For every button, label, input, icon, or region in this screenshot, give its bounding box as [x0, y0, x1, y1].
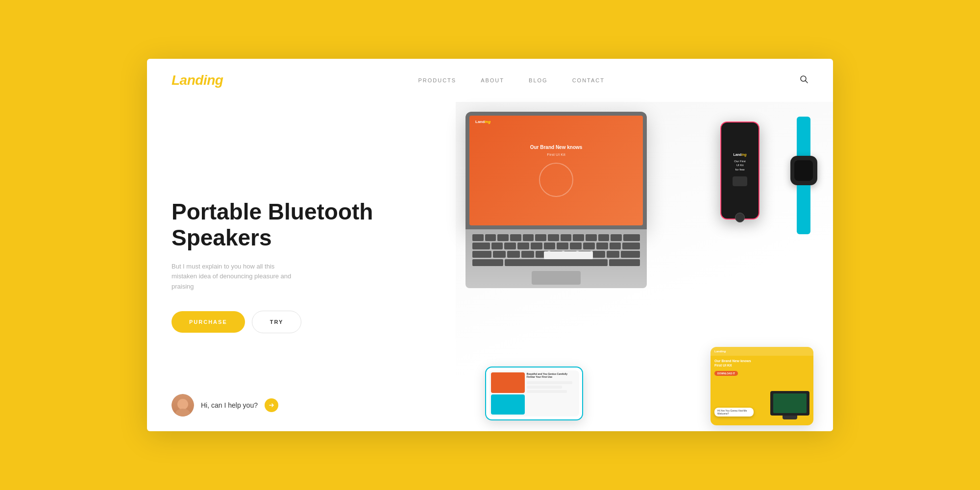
hero-title: Portable Bluetooth Speakers — [172, 199, 456, 251]
small-phone-screen: Beautiful and You Genius CarefullyFinSta… — [489, 370, 579, 416]
nav-item-products[interactable]: PRODUCTS — [418, 77, 456, 83]
logo-text-main: Land — [172, 73, 203, 88]
tv-stand — [783, 416, 797, 419]
laptop-screen-sub: First UI Kit — [530, 152, 583, 157]
logo-text-italic: ing — [203, 73, 223, 88]
header: Landing PRODUCTS ABOUT BLOG CONTACT — [147, 59, 833, 102]
svg-line-1 — [806, 80, 808, 83]
hero-left: Portable Bluetooth Speakers But I must e… — [147, 102, 456, 430]
nav-item-about[interactable]: ABOUT — [481, 77, 504, 83]
white-strip — [544, 251, 593, 259]
tablet-header-bar: Landing — [710, 347, 813, 356]
device-small-phone: Beautiful and You Genius CarefullyFinSta… — [485, 367, 583, 420]
hero-right: Landing Our Brand New knows First UI Kit — [456, 102, 833, 430]
chat-widget: Hi, can I help you? — [172, 394, 278, 416]
tablet-tv — [770, 391, 809, 420]
phone-home-button — [735, 213, 745, 222]
avatar-image — [172, 394, 194, 416]
purchase-button[interactable]: PURCHASE — [172, 311, 245, 333]
chat-message: Hi, can I help you? — [201, 401, 258, 409]
watch-screen — [794, 160, 813, 181]
hero-section: Portable Bluetooth Speakers But I must e… — [147, 102, 833, 430]
nav-item-contact[interactable]: CONTACT — [572, 77, 605, 83]
tablet-chat-bubble: Hi! Are You Gonna Visit Me Welcome? — [714, 408, 754, 416]
tablet-body: Landing Our Brand New knowsFirst UI Kit … — [710, 347, 813, 425]
device-phone: Landing Our FirstUI Kitfor free — [720, 122, 760, 220]
phone-text: Our FirstUI Kitfor free — [734, 159, 745, 172]
phone-screen: Landing Our FirstUI Kitfor free — [725, 126, 755, 215]
tablet-title: Our Brand New knowsFirst UI Kit — [714, 359, 809, 368]
keyboard-rows — [466, 229, 647, 266]
search-icon[interactable] — [800, 75, 808, 86]
small-phone-body: Beautiful and You Genius CarefullyFinSta… — [485, 367, 583, 420]
device-watch — [789, 117, 818, 234]
watch-band-bottom — [797, 185, 810, 234]
laptop-screen-content: Our Brand New knows First UI Kit — [530, 144, 583, 197]
tablet-cta[interactable]: DOWNLOAD IT — [714, 371, 738, 376]
tablet-logo: Landing — [714, 350, 726, 353]
watch-body — [790, 156, 817, 185]
phone-body: Landing Our FirstUI Kitfor free — [720, 122, 760, 220]
chat-arrow-button[interactable] — [265, 398, 278, 412]
try-button[interactable]: TRY — [252, 311, 302, 333]
tv-screen — [773, 393, 807, 413]
tablet-screen: Landing Our Brand New knowsFirst UI Kit … — [710, 347, 813, 425]
nav-item-blog[interactable]: BLOG — [529, 77, 548, 83]
laptop-screen: Landing Our Brand New knows First UI Kit — [469, 116, 643, 225]
watch-band-top — [797, 117, 810, 156]
logo[interactable]: Landing — [172, 73, 223, 88]
device-laptop: Landing Our Brand New knows First UI Kit — [466, 112, 647, 288]
touchpad — [532, 271, 581, 285]
hero-buttons: PURCHASE TRY — [172, 311, 456, 333]
device-tablet: Landing Our Brand New knowsFirst UI Kit … — [710, 347, 813, 425]
page-wrapper: Landing PRODUCTS ABOUT BLOG CONTACT Port… — [147, 59, 833, 431]
laptop-screen-title: Our Brand New knows — [530, 144, 583, 150]
laptop-body: Landing Our Brand New knows First UI Kit — [466, 112, 647, 229]
hero-description: But I must explain to you how all this m… — [172, 262, 299, 292]
phone-logo: Landing — [733, 153, 746, 156]
tablet-content: Our Brand New knowsFirst UI Kit DOWNLOAD… — [710, 356, 813, 379]
phone-gamepad-icon — [733, 176, 747, 186]
avatar — [172, 394, 194, 416]
nav: PRODUCTS ABOUT BLOG CONTACT — [418, 77, 605, 83]
tv-body — [770, 391, 809, 416]
